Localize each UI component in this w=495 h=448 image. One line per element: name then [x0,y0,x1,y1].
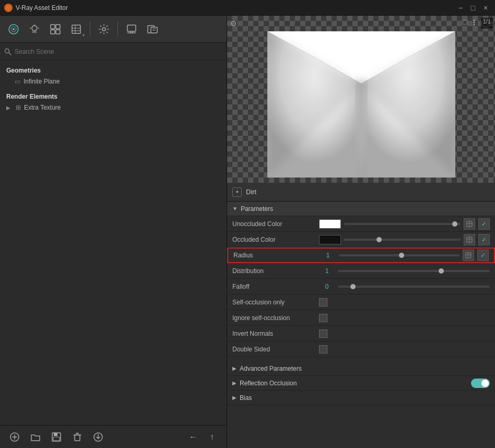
search-input[interactable] [15,48,222,55]
self-occlusion-checkbox[interactable] [319,298,327,306]
invert-normals-checkbox[interactable] [319,329,327,338]
lights-icon[interactable] [25,20,44,39]
preview-toolbar: ⚙ [227,16,495,31]
advanced-parameters-header[interactable]: ▶ Advanced Parameters [227,361,495,376]
export-button[interactable] [90,429,107,445]
materials-icon[interactable] [46,20,65,39]
toolbar-separator-2 [117,21,118,37]
falloff-value[interactable]: 0 [319,283,335,290]
parameters-section-header[interactable]: ▼ Parameters [227,202,495,216]
unoccluded-texture-button[interactable] [464,218,475,230]
tree-item-extra-texture[interactable]: ▶ ⊞ Extra Texture [0,102,227,113]
toggle-knob [481,380,489,387]
texture-icon: ⊞ [16,104,21,111]
minimize-button[interactable]: − [455,3,466,13]
unoccluded-color-row: Unoccluded Color ✓ [227,216,495,232]
radius-row: Radius 1 ✓ [227,247,495,263]
svg-rect-34 [75,435,80,441]
bottom-toolbar: ← ↑ [0,425,227,448]
double-sided-row: Double Sided [227,341,495,357]
radius-texture-button[interactable] [463,250,474,261]
scene-icon[interactable] [4,20,23,39]
reflection-toggle[interactable] [471,379,490,388]
distribution-slider[interactable] [338,270,490,272]
svg-rect-33 [53,437,60,441]
reflection-label: Reflection Occlusion [240,380,468,387]
tree-item-label: Infinite Plane [23,78,60,85]
invert-normals-label: Invert Normals [232,330,316,337]
bias-label: Bias [240,394,252,402]
radius-checkbox-button[interactable]: ✓ [477,250,489,261]
reflection-occlusion-header[interactable]: ▶ Reflection Occlusion [227,376,495,391]
svg-rect-12 [51,30,55,34]
unoccluded-color-slider[interactable] [344,223,461,225]
occluded-color-swatch[interactable] [319,235,341,244]
radius-label: Radius [233,252,317,259]
add-button[interactable] [6,429,23,445]
group-geometries: Geometries [0,65,227,76]
svg-point-2 [13,28,15,30]
svg-point-39 [473,20,475,21]
delete-button[interactable] [69,429,86,445]
svg-rect-14 [72,25,80,33]
preview-area: ⚙ □ 1/1 [227,16,495,183]
settings-icon[interactable] [95,20,113,39]
ignore-self-occlusion-label: Ignore self-occlusion [232,314,316,322]
open-button[interactable] [27,429,44,445]
params-panel: ▼ Parameters Unoccluded Color ✓ [227,202,495,448]
occluded-texture-button[interactable] [464,234,475,245]
falloff-row: Falloff 0 [227,279,495,294]
textures-icon[interactable] [67,20,86,39]
group-render-elements: Render Elements [0,91,227,102]
svg-point-40 [473,22,475,23]
occluded-checkbox-button[interactable]: ✓ [478,234,490,245]
preview-expand-icon[interactable]: □ [463,18,467,29]
left-panel: Geometries ▭ Infinite Plane Render Eleme… [0,16,227,448]
bias-arrow: ▶ [232,395,237,400]
distribution-value[interactable]: 1 [319,267,335,275]
unoccluded-color-swatch[interactable] [319,219,341,229]
nav-left-button[interactable]: ← [185,429,202,445]
plane-icon: ▭ [15,78,20,85]
nav-up-button[interactable]: ↑ [204,429,220,445]
svg-point-41 [473,24,475,26]
main-toolbar [0,16,227,43]
toolbar-separator-1 [90,21,90,37]
spacer-1 [227,357,495,361]
right-panel: ⚙ □ 1/1 [227,16,495,448]
ignore-self-occlusion-row: Ignore self-occlusion [227,310,495,326]
scene-tree: Geometries ▭ Infinite Plane Render Eleme… [0,61,227,425]
falloff-slider[interactable] [338,286,490,288]
save-button[interactable] [48,429,65,445]
occluded-color-label: Occluded Color [232,236,316,243]
self-occlusion-label: Self-occlusion only [232,299,316,306]
unoccluded-checkbox-button[interactable]: ✓ [478,218,490,230]
sequence-icon[interactable] [143,20,162,39]
expand-icon[interactable]: ▶ [6,105,10,111]
bias-header[interactable]: ▶ Bias [227,391,495,405]
app-title: V-Ray Asset Editor [16,4,455,11]
double-sided-label: Double Sided [232,346,316,353]
preview-options-icon[interactable] [469,18,479,29]
double-sided-checkbox[interactable] [319,345,327,353]
occluded-color-slider[interactable] [344,239,461,241]
search-icon [4,48,11,55]
main-layout: Geometries ▭ Infinite Plane Render Eleme… [0,16,495,448]
maximize-button[interactable]: □ [468,3,478,13]
search-bar [0,43,227,61]
preview-counter: 1/1 [481,18,493,29]
tree-item-infinite-plane[interactable]: ▭ Infinite Plane [0,76,227,87]
preview-settings-icon[interactable]: ⚙ [230,19,237,28]
tree-item-label: Extra Texture [24,104,61,111]
svg-rect-11 [56,25,60,29]
radius-slider[interactable] [339,254,459,256]
close-button[interactable]: × [480,3,491,13]
bottom-tools [6,429,107,445]
ignore-self-occlusion-checkbox[interactable] [319,314,327,322]
svg-rect-32 [54,433,57,436]
radius-value[interactable]: 1 [320,252,336,259]
dirt-header: ✦ Dirt [227,183,495,202]
preview-3d-render [267,31,455,178]
render-icon[interactable] [122,20,141,39]
svg-rect-10 [51,25,55,29]
